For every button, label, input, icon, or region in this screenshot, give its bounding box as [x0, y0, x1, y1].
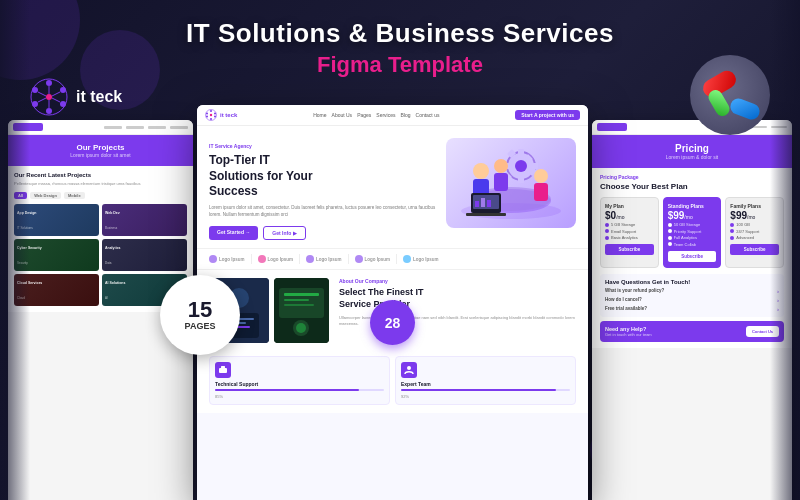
- logo-text: it teck: [76, 88, 122, 106]
- proj-cat-1: IT Solutions: [17, 226, 33, 230]
- proj-title-3: Cyber Security: [17, 246, 96, 250]
- logo-area: it teck: [30, 78, 122, 116]
- nav-contact[interactable]: Contact us: [416, 112, 440, 118]
- hero-graphic: [451, 141, 571, 226]
- svg-point-59: [296, 323, 306, 333]
- faq-item-1[interactable]: What is your refund policy? ›: [605, 288, 779, 294]
- nav-home[interactable]: Home: [313, 112, 326, 118]
- nav-services[interactable]: Services: [376, 112, 395, 118]
- center-hero-text: IT Service Agency Top-Tier ITSolutions f…: [209, 138, 438, 240]
- faq-arrow-1: ›: [777, 288, 779, 294]
- svg-rect-38: [494, 173, 508, 191]
- left-nav-link: [170, 126, 188, 129]
- svg-rect-61: [221, 366, 225, 368]
- service-progress-1: [215, 389, 384, 391]
- client-logo-1: Logo Ipsum: [209, 255, 245, 263]
- logo-icon: [30, 78, 68, 116]
- plan-feature-basic-3: Basic Analytics: [605, 235, 654, 240]
- client-icon-2: [258, 255, 266, 263]
- left-nav-link: [104, 126, 122, 129]
- svg-point-37: [494, 159, 508, 173]
- feature-dot: [605, 229, 609, 233]
- client-icon-4: [355, 255, 363, 263]
- project-item-3: Cyber Security Security: [14, 239, 99, 271]
- filter-web[interactable]: Web Design: [30, 192, 61, 199]
- svg-point-3: [60, 101, 66, 107]
- filter-all[interactable]: All: [14, 192, 27, 199]
- feature-dot: [668, 223, 672, 227]
- proj-title-4: Analytics: [105, 246, 184, 250]
- svg-point-21: [210, 114, 212, 116]
- project-item-4: Analytics Data: [102, 239, 187, 271]
- left-header-text: Our Projects: [18, 143, 183, 152]
- feature-dot: [668, 229, 672, 233]
- plan-btn-basic[interactable]: Subscribe: [605, 244, 654, 255]
- project-overlay-4: Analytics Data: [105, 246, 184, 268]
- hero-badge: IT Service Agency: [209, 143, 438, 149]
- nav-blog[interactable]: Blog: [401, 112, 411, 118]
- client-logo-4: Logo Ipsum: [355, 255, 391, 263]
- project-overlay-1: App Design IT Solutions: [17, 211, 96, 233]
- left-section-sub: Pellentesque massa, rhoncus massa elemen…: [14, 181, 187, 187]
- proj-title-2: Web Dev: [105, 211, 184, 215]
- client-logo-5: Logo Ipsum: [403, 255, 439, 263]
- client-text-1: Logo Ipsum: [219, 257, 245, 262]
- left-section-title: Our Recent Latest Projects: [14, 172, 187, 178]
- svg-rect-46: [534, 183, 548, 201]
- hero-btn-secondary[interactable]: Get Info ▶: [263, 226, 305, 240]
- svg-point-18: [210, 118, 212, 120]
- plan-price-popular: $99/mo: [668, 211, 717, 221]
- proj-title-6: AI Solutions: [105, 281, 184, 285]
- svg-rect-54: [279, 288, 324, 318]
- nav-about[interactable]: About Us: [332, 112, 353, 118]
- feature-dot: [730, 236, 734, 240]
- center-nav: it teck Home About Us Pages Services Blo…: [197, 105, 588, 126]
- pricing-help-btn[interactable]: Contact Us: [746, 326, 779, 337]
- svg-line-12: [38, 98, 46, 102]
- proj-title-5: Cloud Services: [17, 281, 96, 285]
- faq-q3: Free trial available?: [605, 306, 647, 311]
- pricing-nav: [592, 120, 792, 135]
- plan-feature-adv-3: Advanced: [730, 235, 779, 240]
- faq-item-3[interactable]: Free trial available? ›: [605, 306, 779, 312]
- pill-green: [706, 87, 732, 118]
- client-icon-1: [209, 255, 217, 263]
- faq-arrow-3: ›: [777, 306, 779, 312]
- left-content: Our Recent Latest Projects Pellentesque …: [8, 166, 193, 312]
- filter-mobile[interactable]: Mobile: [64, 192, 85, 199]
- service-fill-2: [401, 389, 556, 391]
- feature-dot: [605, 223, 609, 227]
- plan-feature-pop-4: Team Collab: [668, 242, 717, 247]
- svg-point-7: [46, 94, 52, 100]
- left-header-sub: Lorem ipsum dolor sit amet: [18, 152, 183, 158]
- plan-feature-adv-1: 100 GB: [730, 222, 779, 227]
- pricing-help-title: Need any Help?: [605, 326, 652, 332]
- project-overlay-5: Cloud Services Cloud: [17, 281, 96, 303]
- projects-grid: App Design IT Solutions Web Dev Business…: [14, 204, 187, 306]
- badge-28: 28: [370, 300, 415, 345]
- svg-rect-42: [475, 201, 479, 207]
- nav-pages[interactable]: Pages: [357, 112, 371, 118]
- feature-dot: [730, 229, 734, 233]
- svg-point-17: [214, 116, 216, 118]
- center-nav-cta[interactable]: Start A project with us: [515, 110, 580, 120]
- center-logo-icon: [205, 109, 217, 121]
- svg-point-45: [534, 169, 548, 183]
- left-nav-link: [148, 126, 166, 129]
- plan-btn-advanced[interactable]: Subscribe: [730, 244, 779, 255]
- plan-btn-popular[interactable]: Subscribe: [668, 251, 717, 262]
- proj-cat-4: Data: [105, 261, 111, 265]
- svg-point-6: [32, 87, 38, 93]
- svg-rect-60: [219, 368, 227, 373]
- plan-feature-pop-3: Full Analytics: [668, 235, 717, 240]
- svg-point-20: [206, 113, 208, 115]
- hero-btn-primary[interactable]: Get Started →: [209, 226, 258, 240]
- svg-point-2: [60, 87, 66, 93]
- center-services: Technical Support 85% Expert Team 92%: [197, 351, 588, 413]
- project-overlay-3: Cyber Security Security: [17, 246, 96, 268]
- service-progress-2: [401, 389, 570, 391]
- faq-item-2[interactable]: How do I cancel? ›: [605, 297, 779, 303]
- left-header: Our Projects Lorem ipsum dolor sit amet: [8, 135, 193, 166]
- main-title: IT Solutions & Business Services: [0, 18, 800, 49]
- left-filter: All Web Design Mobile: [14, 192, 187, 199]
